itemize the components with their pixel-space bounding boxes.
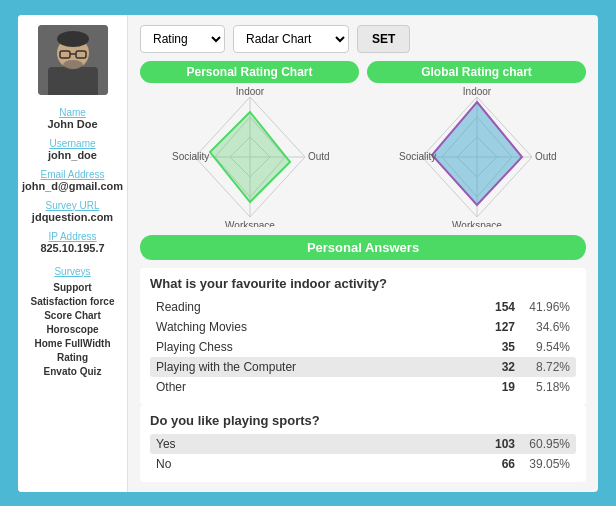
field-label: IP Address	[22, 231, 123, 242]
charts-row: Personal Rating Chart Indoor	[140, 61, 586, 227]
answer-count: 154	[475, 300, 515, 314]
answer-row: Playing Chess 35 9.54%	[150, 337, 576, 357]
field-value: jdquestion.com	[22, 211, 123, 223]
svg-text:Sociality: Sociality	[399, 151, 436, 162]
answer-row: Reading 154 41.96%	[150, 297, 576, 317]
answer-name: Playing with the Computer	[156, 360, 475, 374]
answer-pct: 8.72%	[515, 360, 570, 374]
answer-name: Yes	[156, 437, 475, 451]
personal-radar: Indoor Outdoor Workspace Sociality	[170, 87, 330, 227]
svg-rect-1	[48, 67, 98, 95]
sidebar-field: Username john_doe	[22, 138, 123, 161]
survey-item[interactable]: Home FullWidth Rating	[26, 337, 119, 365]
svg-text:Outdoor: Outdoor	[308, 151, 330, 162]
question-title: What is your favourite indoor activity?	[150, 276, 576, 291]
answer-count: 32	[475, 360, 515, 374]
svg-text:Outdoor: Outdoor	[535, 151, 557, 162]
svg-point-7	[63, 60, 83, 70]
answers-header: Personal Answers	[140, 235, 586, 260]
answer-count: 35	[475, 340, 515, 354]
avatar	[38, 25, 108, 95]
sidebar-field: IP Address 825.10.195.7	[22, 231, 123, 254]
survey-item[interactable]: Envato Quiz	[26, 365, 119, 379]
svg-text:Workspace: Workspace	[452, 220, 502, 227]
field-label: Email Address	[22, 169, 123, 180]
survey-item[interactable]: Horoscope	[26, 323, 119, 337]
svg-point-3	[57, 31, 89, 47]
answer-count: 19	[475, 380, 515, 394]
sidebar: Name John Doe Username john_doe Email Ad…	[18, 15, 128, 492]
answer-name: Other	[156, 380, 475, 394]
set-button[interactable]: SET	[357, 25, 410, 53]
answer-name: Watching Movies	[156, 320, 475, 334]
answer-row: Yes 103 60.95%	[150, 434, 576, 454]
surveys-label: Surveys	[26, 266, 119, 277]
answer-count: 66	[475, 457, 515, 471]
answer-row: Watching Movies 127 34.6%	[150, 317, 576, 337]
field-value: John Doe	[22, 118, 123, 130]
sidebar-field: Name John Doe	[22, 107, 123, 130]
svg-text:Sociality: Sociality	[172, 151, 209, 162]
global-chart-header: Global Rating chart	[367, 61, 586, 83]
personal-chart-header: Personal Rating Chart	[140, 61, 359, 83]
toolbar: Rating Radar Chart SET	[140, 25, 586, 53]
survey-item[interactable]: Support Satisfaction force	[26, 281, 119, 309]
survey-item[interactable]: Score Chart	[26, 309, 119, 323]
sidebar-field: Email Address john_d@gmail.com	[22, 169, 123, 192]
question-title: Do you like playing sports?	[150, 413, 576, 428]
field-label: Survey URL	[22, 200, 123, 211]
answer-row: Other 19 5.18%	[150, 377, 576, 397]
personal-chart-box: Personal Rating Chart Indoor	[140, 61, 359, 227]
answer-pct: 9.54%	[515, 340, 570, 354]
answer-pct: 34.6%	[515, 320, 570, 334]
answer-pct: 60.95%	[515, 437, 570, 451]
rating-select[interactable]: Rating	[140, 25, 225, 53]
field-value: 825.10.195.7	[22, 242, 123, 254]
answer-count: 103	[475, 437, 515, 451]
field-label: Username	[22, 138, 123, 149]
answer-pct: 41.96%	[515, 300, 570, 314]
svg-marker-23	[432, 102, 522, 205]
field-value: john_d@gmail.com	[22, 180, 123, 192]
global-radar: Indoor Outdoor Workspace Sociality	[397, 87, 557, 227]
global-chart-box: Global Rating chart Indoor	[367, 61, 586, 227]
answer-name: No	[156, 457, 475, 471]
question-section: Do you like playing sports? Yes 103 60.9…	[140, 405, 586, 482]
answer-count: 127	[475, 320, 515, 334]
answer-name: Reading	[156, 300, 475, 314]
answer-pct: 39.05%	[515, 457, 570, 471]
question-section: What is your favourite indoor activity? …	[140, 268, 586, 405]
main-content: Rating Radar Chart SET Personal Rating C…	[128, 15, 598, 492]
answer-name: Playing Chess	[156, 340, 475, 354]
answer-row: Playing with the Computer 32 8.72%	[150, 357, 576, 377]
svg-text:Indoor: Indoor	[235, 87, 264, 97]
answer-pct: 5.18%	[515, 380, 570, 394]
sidebar-field: Survey URL jdquestion.com	[22, 200, 123, 223]
field-label: Name	[22, 107, 123, 118]
sidebar-surveys: Surveys Support Satisfaction forceScore …	[26, 266, 119, 379]
chart-type-select[interactable]: Radar Chart	[233, 25, 349, 53]
svg-text:Workspace: Workspace	[225, 220, 275, 227]
svg-text:Indoor: Indoor	[462, 87, 491, 97]
svg-marker-13	[210, 112, 290, 202]
answer-row: No 66 39.05%	[150, 454, 576, 474]
field-value: john_doe	[22, 149, 123, 161]
